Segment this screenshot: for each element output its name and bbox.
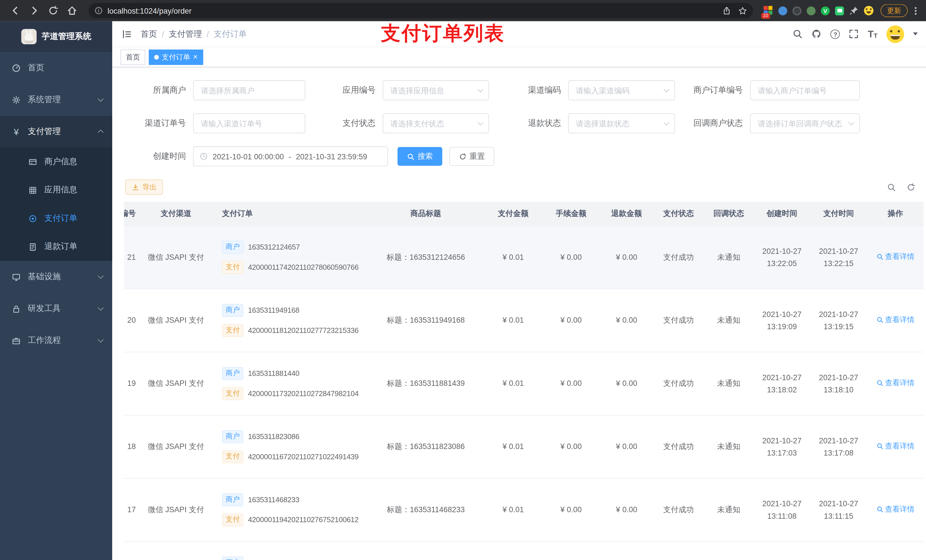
extension-dark-icon[interactable] [793, 6, 801, 15]
export-button[interactable]: 导出 [125, 179, 163, 195]
cell-id: 18 [124, 415, 143, 478]
cell-amount [484, 541, 542, 560]
breadcrumb-current: 支付订单 [213, 29, 247, 39]
gear-icon [12, 95, 21, 104]
yen-icon: ¥ [12, 127, 21, 136]
sidebar-item-system[interactable]: 系统管理 [0, 84, 112, 116]
navbar: 首页 / 支付管理 / 支付订单 支付订单列表 ? TT [112, 21, 926, 47]
extensions-area: 10 V [764, 6, 874, 15]
table-row: 17 微信 JSAPI 支付 商户1635311468233 支付4200001… [124, 478, 924, 541]
cell-status: 支付成功 [653, 478, 704, 541]
sidebar-item-app-info[interactable]: 应用信息 [0, 176, 112, 204]
search-button[interactable]: 搜索 [398, 147, 442, 166]
cell-pay-time [810, 541, 867, 560]
cell-status: 支付成功 [653, 352, 704, 415]
view-detail-link[interactable]: 查看详情 [876, 504, 915, 515]
cell-title: 标题：1635311949168 [367, 288, 484, 352]
sidebar-item-pay-order[interactable]: 支付订单 [0, 204, 112, 233]
search-icon[interactable] [793, 29, 803, 39]
forward-icon[interactable] [29, 5, 39, 16]
extension-grid-icon[interactable]: 10 [764, 6, 773, 15]
view-detail-link[interactable]: 查看详情 [876, 252, 915, 262]
sidebar-item-workflow[interactable]: 工作流程 [0, 325, 112, 356]
logo[interactable]: 芋道管理系统 [0, 21, 112, 52]
emoji-extension-icon[interactable] [864, 6, 873, 15]
extension-v-icon[interactable]: V [821, 6, 830, 15]
pay-tag: 支付 [222, 450, 244, 463]
cell-pay-time: 2021-10-2713:18:10 [810, 352, 867, 415]
table-refresh-icon[interactable] [906, 183, 915, 192]
cell-title: 标题：1635311823086 [367, 415, 484, 478]
table-search-icon[interactable] [887, 183, 896, 192]
logo-image [21, 29, 36, 44]
help-icon[interactable]: ? [831, 29, 840, 39]
home-icon[interactable] [67, 5, 77, 16]
cell-notify: 未通知 [704, 478, 754, 541]
fullscreen-icon[interactable] [849, 29, 859, 39]
chevron-up-icon [98, 130, 104, 136]
channel-order-no-input[interactable] [193, 113, 305, 133]
url-bar[interactable]: localhost:1024/pay/order [89, 3, 753, 18]
reset-button[interactable]: 重置 [449, 147, 494, 166]
back-icon[interactable] [10, 5, 21, 16]
extension-blue-icon[interactable] [779, 6, 787, 15]
cell-refund: ¥ 0.00 [600, 478, 653, 541]
sidebar-item-devtools[interactable]: 研发工具 [0, 293, 112, 325]
avatar[interactable] [887, 25, 904, 43]
merchant-tag: 商户 [222, 367, 244, 380]
extension-green-icon[interactable] [807, 6, 816, 15]
merchant-order-no-input[interactable] [750, 80, 860, 100]
cell-pay-order: 商户1635311881440 支付4200001173202110272847… [209, 352, 367, 415]
cell-notify: 未通知 [704, 415, 754, 478]
cell-notify: 未通知 [704, 352, 754, 415]
url-text[interactable]: localhost:1024/pay/order [107, 6, 722, 15]
merchant-tag: 商户 [222, 303, 244, 317]
table-row: 18 微信 JSAPI 支付 商户1635311823086 支付4200001… [124, 415, 924, 478]
reload-icon[interactable] [48, 5, 58, 16]
merchant-tag: 商户 [222, 556, 244, 560]
cell-id: 17 [124, 478, 143, 541]
sidebar-item-merchant-info[interactable]: 商户信息 [0, 148, 112, 176]
merchant-select[interactable] [193, 80, 305, 100]
breadcrumb-home[interactable]: 首页 [141, 29, 157, 39]
view-detail-link[interactable]: 查看详情 [876, 441, 915, 451]
bookmark-star-icon[interactable] [738, 6, 747, 15]
date-range-picker[interactable]: 2021-10-01 00:00:00 - 2021-10-31 23:59:5… [193, 146, 388, 166]
sidebar-item-infra[interactable]: 基础设施 [0, 261, 112, 293]
github-icon[interactable] [812, 29, 822, 39]
cell-action: 查看详情 [867, 415, 924, 478]
sidebar-item-home[interactable]: 首页 [0, 52, 112, 84]
notify-status-select[interactable] [750, 113, 860, 133]
content: 所属商户 应用编号 渠道编码 商户订单编号 [112, 67, 926, 560]
channel-code-select[interactable] [568, 80, 675, 100]
close-icon[interactable]: × [193, 53, 198, 61]
sidebar-item-refund-order[interactable]: 退款订单 [0, 232, 112, 261]
filter-channel-order-no: 渠道订单号 [124, 113, 306, 133]
caret-down-icon[interactable] [913, 32, 918, 35]
cell-create-time: 2021-10-2713:19:09 [754, 288, 810, 352]
pin-icon[interactable] [849, 6, 858, 15]
refund-status-select[interactable] [568, 113, 675, 133]
sidebar-item-payment[interactable]: ¥ 支付管理 [0, 116, 112, 148]
cell-status: 支付成功 [653, 225, 704, 288]
font-size-icon[interactable]: TT [868, 29, 878, 39]
cell-pay-time: 2021-10-2713:19:15 [810, 288, 867, 352]
filter-refund-status: 退款状态 [489, 113, 675, 133]
browser-menu-icon[interactable] [911, 5, 920, 17]
app-select[interactable] [383, 80, 489, 100]
extension-chat-icon[interactable] [835, 6, 844, 15]
sidebar-fold-icon[interactable] [122, 29, 132, 39]
extension-badge: 10 [761, 13, 770, 19]
view-detail-link[interactable]: 查看详情 [876, 378, 915, 388]
pay-status-select[interactable] [383, 113, 489, 133]
tab-pay-order[interactable]: 支付订单 × [149, 49, 203, 65]
cell-pay-order: 商户1635311823086 支付4200001167202110271022… [209, 415, 367, 478]
share-icon[interactable] [722, 6, 731, 15]
cell-status: 支付成功 [653, 288, 704, 352]
browser-update-button[interactable]: 更新 [881, 4, 908, 17]
cell-refund: ¥ 0.00 [600, 415, 653, 478]
site-info-icon[interactable] [95, 6, 103, 15]
breadcrumb-payment[interactable]: 支付管理 [169, 29, 202, 39]
view-detail-link[interactable]: 查看详情 [876, 315, 915, 325]
tab-home[interactable]: 首页 [121, 49, 145, 65]
